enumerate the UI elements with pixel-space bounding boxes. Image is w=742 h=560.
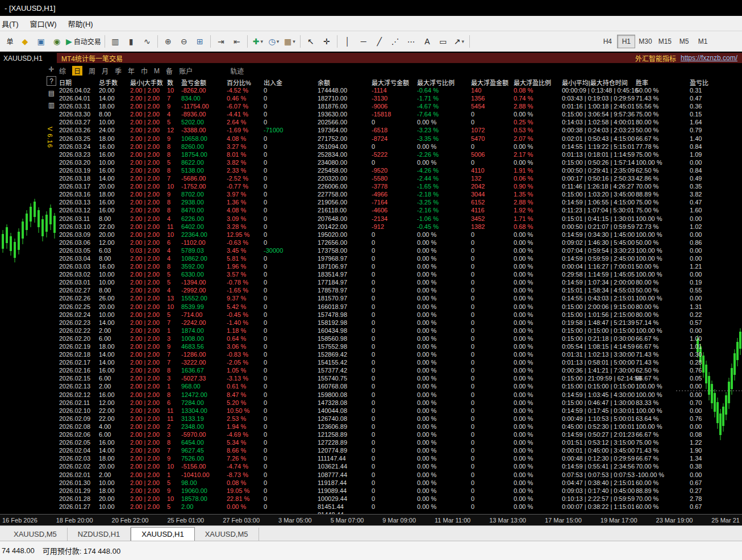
copy-page-icon[interactable]: ▤ bbox=[47, 88, 56, 98]
templates-icon[interactable]: ▦▾ bbox=[282, 34, 297, 49]
panel-tab-轨迹[interactable]: 轨迹 bbox=[230, 66, 244, 76]
move-icon[interactable]: ✛ bbox=[47, 64, 56, 74]
vline-icon[interactable]: │ bbox=[340, 34, 355, 49]
table-row[interactable]: 2026.02.1022.002.00 | 2.001113304.0010.5… bbox=[59, 407, 742, 415]
table-row[interactable]: 2026.02.0220.002.00 | 2.0010-5156.00-4.7… bbox=[59, 462, 742, 470]
table-row[interactable]: 2026.03.1216.002.00 | 2.0088470.004.08 %… bbox=[59, 206, 742, 214]
chart-area[interactable]: XAUUSD,H1 ✛?▤▥ V 6.16 MT4统计每一笔交易 外汇智能指标 … bbox=[0, 52, 742, 514]
line-chart-icon[interactable]: ∿ bbox=[140, 34, 155, 49]
table-row[interactable]: 2026.03.1916.002.00 | 2.0085138.002.33 %… bbox=[59, 166, 742, 174]
table-row[interactable]: 2026.02.084.002.00 | 2.0022348.001.94 %0… bbox=[59, 423, 742, 431]
indicators-icon[interactable]: ✚▾ bbox=[251, 34, 265, 49]
table-row[interactable]: 2026.02.1112.002.00 | 2.0067284.005.20 %… bbox=[59, 399, 742, 407]
chart-tab-0-xauusdm5[interactable]: XAUUSD,M5 bbox=[3, 528, 68, 541]
table-row[interactable]: 81448.44 bbox=[59, 511, 742, 514]
table-row[interactable]: 2026.03.1316.002.00 | 2.0082938.001.36 %… bbox=[59, 198, 742, 206]
timeframe-m5[interactable]: M5 bbox=[675, 35, 693, 48]
table-row[interactable]: 2026.02.1814.002.00 | 2.007-1286.00-0.83… bbox=[59, 350, 742, 358]
menu-item-1[interactable]: 窗口(W) bbox=[24, 16, 62, 31]
chart-print-icon[interactable]: ▣ bbox=[34, 34, 48, 49]
panel-tab-备[interactable]: 备 bbox=[166, 66, 173, 76]
auto-scroll-icon[interactable]: ⇥ bbox=[214, 34, 228, 49]
table-row[interactable]: 2026.02.2520.002.00 | 2.00108539.995.42 … bbox=[59, 303, 742, 311]
table-row[interactable]: 2026.02.012.002.00 | 2.001-10410.00-8.73… bbox=[59, 471, 742, 479]
table-row[interactable]: 2026.02.0922.002.00 | 2.00113133.192.53 … bbox=[59, 415, 742, 423]
table-row[interactable]: 2026.02.1714.002.00 | 2.007-3222.00-2.05… bbox=[59, 358, 742, 366]
panel-tab-周[interactable]: 周 bbox=[89, 66, 95, 76]
brand-link[interactable]: https://fxznzb.com/ bbox=[681, 54, 737, 62]
table-row[interactable]: 2026.03.3118.002.00 | 2.009-11754.00-6.0… bbox=[59, 102, 742, 110]
table-row[interactable]: 2026.03.308.002.00 | 2.004-8936.00-4.41 … bbox=[59, 110, 742, 118]
table-row[interactable]: 2026.03.1618.002.00 | 2.0098702.003.97 %… bbox=[59, 190, 742, 198]
table-row[interactable]: 2026.02.222.002.00 | 2.0011874.001.18 %0… bbox=[59, 327, 742, 335]
table-row[interactable]: 2026.02.2410.002.00 | 2.005-714.00-0.45 … bbox=[59, 311, 742, 319]
table-row[interactable]: 2026.03.2416.002.00 | 2.0088260.003.27 %… bbox=[59, 143, 742, 151]
objects-icon[interactable]: ↗▾ bbox=[452, 34, 466, 49]
menu-item-0[interactable]: 具(T) bbox=[0, 16, 24, 31]
table-row[interactable]: 2026.02.1216.002.00 | 2.00812472.008.47 … bbox=[59, 391, 742, 399]
cursor-icon[interactable]: ↖ bbox=[303, 34, 318, 49]
crosshair-icon[interactable]: ✛ bbox=[319, 34, 334, 49]
shapes-icon[interactable]: ⋯ bbox=[404, 34, 419, 49]
table-row[interactable]: 2026.03.2316.002.00 | 2.00818754.008.01 … bbox=[59, 151, 742, 158]
table-row[interactable]: 2026.02.156.002.00 | 2.003-5027.33-3.13 … bbox=[59, 374, 742, 382]
table-row[interactable]: 2026.02.1616.002.00 | 2.0081636.671.05 %… bbox=[59, 366, 742, 374]
help-icon[interactable]: ? bbox=[47, 76, 56, 86]
timeframe-m1[interactable]: M1 bbox=[694, 35, 712, 48]
table-row[interactable]: 2026.02.0516.002.00 | 2.0086454.005.34 %… bbox=[59, 438, 742, 446]
periods-icon[interactable]: ◷▾ bbox=[266, 34, 281, 49]
panel-tab-年[interactable]: 年 bbox=[128, 66, 135, 76]
text-icon[interactable]: A bbox=[420, 34, 435, 49]
chart-tab-3-xauusdm5[interactable]: XAUUSD,M5 bbox=[195, 528, 259, 541]
table-row[interactable]: 2026.02.206.002.00 | 2.0031008.000.64 %0… bbox=[59, 335, 742, 342]
panel-tab-日[interactable]: 日 bbox=[72, 66, 82, 76]
table-row[interactable]: 2026.03.0920.002.00 | 2.001022364.0012.9… bbox=[59, 231, 742, 239]
table-row[interactable]: 2026.03.048.002.00 | 2.00410862.005.81 %… bbox=[59, 254, 742, 262]
table-row[interactable]: 2026.03.0612.002.00 | 2.006-1102.00-0.63… bbox=[59, 239, 742, 246]
table-row[interactable]: 2026.02.0318.002.00 | 2.0097526.007.26 %… bbox=[59, 454, 742, 462]
tile-windows-icon[interactable]: ⊞ bbox=[193, 34, 207, 49]
table-row[interactable]: 2026.02.132.002.00 | 2.001968.000.61 %01… bbox=[59, 382, 742, 390]
chart-tab-1-nzdusdh1[interactable]: NZDUSD,H1 bbox=[68, 528, 131, 541]
table-row[interactable]: 2026.03.056.030.03 | 2.0045789.033.45 %-… bbox=[59, 246, 742, 254]
table-row[interactable]: 2026.04.0220.002.00 | 2.0010-8262.00-4.5… bbox=[59, 86, 742, 94]
fibonacci-icon[interactable]: ⋰ bbox=[388, 34, 403, 49]
panel-tab-月[interactable]: 月 bbox=[102, 66, 109, 76]
table-row[interactable]: 2026.03.0110.002.00 | 2.005-1394.00-0.78… bbox=[59, 278, 742, 286]
table-row[interactable]: 2026.02.278.002.00 | 2.004-2992.00-1.65 … bbox=[59, 286, 742, 294]
bar-chart-icon[interactable]: ▥ bbox=[108, 34, 123, 49]
table-row[interactable]: 2026.03.2518.002.00 | 2.00910658.004.08 … bbox=[59, 135, 742, 143]
table-row[interactable]: 2026.01.2918.002.00 | 2.00919060.0019.05… bbox=[59, 487, 742, 495]
label-icon[interactable]: ▭ bbox=[436, 34, 451, 49]
trendline-icon[interactable]: ╱ bbox=[372, 34, 387, 49]
table-row[interactable]: 2026.03.1814.002.00 | 2.007-5686.00-2.52… bbox=[59, 174, 742, 182]
new-order-icon[interactable]: ◆ bbox=[18, 34, 32, 49]
zoom-in-icon[interactable]: ⊕ bbox=[161, 34, 176, 49]
chart-shift-icon[interactable]: ⇤ bbox=[230, 34, 244, 49]
table-row[interactable]: 2026.02.066.002.00 | 2.003-5970.00-4.69 … bbox=[59, 431, 742, 438]
timeframe-h4[interactable]: H4 bbox=[598, 35, 616, 48]
timeframe-h1[interactable]: H1 bbox=[617, 35, 635, 48]
table-row[interactable]: 2026.03.0316.002.00 | 2.0083592.001.96 %… bbox=[59, 262, 742, 270]
table-row[interactable]: 2026.01.2710.002.00 | 2.0052.000.00 %081… bbox=[59, 503, 742, 511]
table-row[interactable]: 2026.03.0210.002.00 | 2.0056330.003.57 %… bbox=[59, 270, 742, 278]
hline-icon[interactable]: ─ bbox=[356, 34, 371, 49]
sound-icon[interactable]: ◉ bbox=[49, 34, 64, 49]
table-row[interactable]: 2026.02.1918.002.00 | 2.0094683.563.06 %… bbox=[59, 342, 742, 350]
menu-item-2[interactable]: 帮助(H) bbox=[62, 16, 99, 31]
zoom-out-icon[interactable]: ⊖ bbox=[177, 34, 191, 49]
table-row[interactable]: 2026.03.1022.002.00 | 2.00116402.003.28 … bbox=[59, 223, 742, 231]
table-row[interactable]: 2026.03.1720.002.00 | 2.0010-1752.00-0.7… bbox=[59, 182, 742, 190]
timeframe-m30[interactable]: M30 bbox=[636, 35, 655, 48]
candlestick-icon[interactable]: ▮ bbox=[124, 34, 139, 49]
table-row[interactable]: 2026.03.118.002.00 | 2.0046226.003.09 %0… bbox=[59, 215, 742, 223]
orders-button[interactable]: 单 bbox=[2, 34, 16, 49]
table-row[interactable]: 2026.02.2626.002.00 | 2.001315552.009.37… bbox=[59, 294, 742, 302]
panel-tab-账户[interactable]: 账户 bbox=[179, 66, 193, 76]
table-row[interactable]: 2026.03.2624.002.00 | 2.0012-3388.00-1.6… bbox=[59, 126, 742, 134]
table-row[interactable]: 2026.01.3010.002.00 | 2.00598.000.08 %01… bbox=[59, 479, 742, 487]
time-axis[interactable]: 16 Feb 202618 Feb 20:0020 Feb 22:0025 Fe… bbox=[0, 514, 742, 525]
table-row[interactable]: 2026.02.2314.002.00 | 2.007-2242.00-1.40… bbox=[59, 319, 742, 327]
table-row[interactable]: 2026.03.2710.002.00 | 2.0055202.002.64 %… bbox=[59, 118, 742, 126]
panel-tab-综[interactable]: 综 bbox=[59, 66, 66, 76]
